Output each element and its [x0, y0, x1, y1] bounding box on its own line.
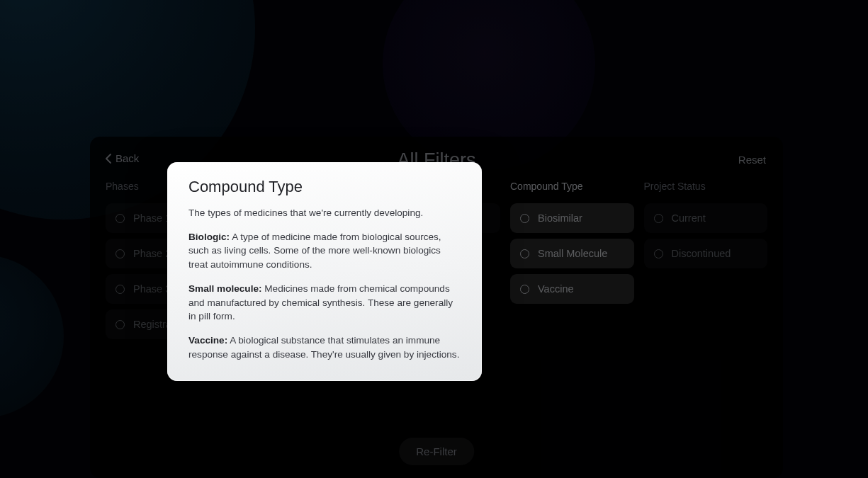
popover-title: Compound Type	[188, 178, 461, 196]
definition-term: Small molecule:	[188, 283, 262, 294]
definition-term: Vaccine:	[188, 335, 227, 346]
compound-type-popover: Compound Type The types of medicines tha…	[167, 162, 482, 381]
definition-term: Biologic:	[188, 232, 230, 242]
definition: Vaccine: A biological substance that sti…	[188, 334, 461, 361]
definition: Small molecule: Medicines made from chem…	[188, 282, 461, 324]
popover-intro: The types of medicines that we're curren…	[188, 206, 461, 220]
popover-definitions: Biologic: A type of medicine made from b…	[188, 230, 461, 362]
definition: Biologic: A type of medicine made from b…	[188, 230, 461, 272]
